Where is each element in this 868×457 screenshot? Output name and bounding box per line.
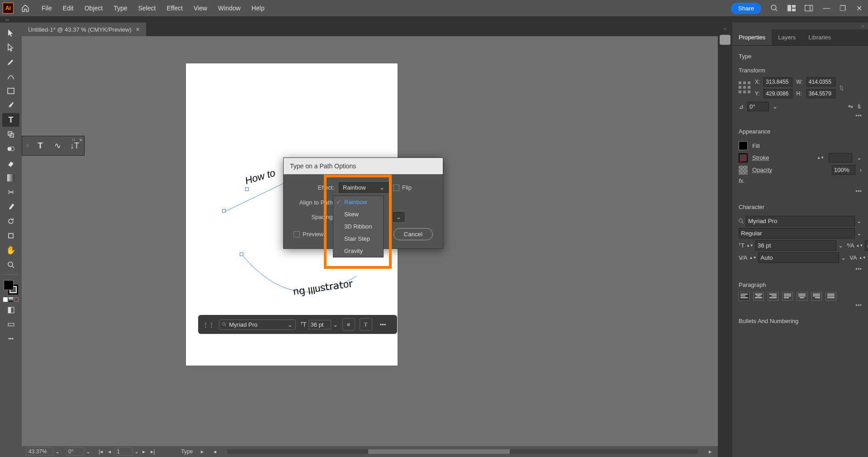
eyedropper-tool[interactable] <box>2 200 19 214</box>
anchor-handle[interactable] <box>245 187 249 191</box>
chevron-down-icon[interactable]: ⌄ <box>838 242 843 249</box>
screen-mode-icon[interactable]: ▭ <box>2 317 19 331</box>
direct-selection-tool[interactable] <box>2 41 19 54</box>
font-size-input[interactable] <box>308 320 331 329</box>
minimize-icon[interactable]: — <box>820 2 833 14</box>
type-on-point-tool[interactable]: T <box>33 138 48 153</box>
collapse-icon[interactable]: ‹‹ <box>72 137 75 142</box>
menu-select[interactable]: Select <box>134 3 161 14</box>
stroke-weight-stepper[interactable]: ▲▼ <box>817 156 824 160</box>
type-tool[interactable]: T <box>2 113 19 127</box>
preview-checkbox[interactable]: Preview <box>294 231 323 238</box>
align-right-icon[interactable] <box>768 292 778 301</box>
flip-vertical-icon[interactable]: ⥮ <box>857 103 862 110</box>
expand-control-icon[interactable]: ›› <box>5 17 9 22</box>
color-mode-icon[interactable] <box>3 297 8 302</box>
shape-builder-tool[interactable] <box>2 142 19 156</box>
drawing-mode-icon[interactable]: ◧ <box>2 303 19 316</box>
hand-tool[interactable]: ✋ <box>2 243 19 257</box>
tab-libraries[interactable]: Libraries <box>802 29 837 45</box>
justify-left-icon[interactable] <box>782 292 793 301</box>
dropdown-item-gravity[interactable]: Gravity <box>333 245 383 257</box>
scissors-tool[interactable]: ✂ <box>2 186 19 199</box>
chevron-down-icon[interactable]: ⌄ <box>773 103 778 110</box>
anchor-handle[interactable] <box>222 209 226 213</box>
fx-label[interactable]: fx. <box>739 177 745 184</box>
x-input[interactable] <box>764 77 792 86</box>
search-icon[interactable] <box>768 2 781 14</box>
rotate-tool[interactable] <box>2 214 19 228</box>
flip-horizontal-icon[interactable]: ⇋ <box>848 103 853 110</box>
font-family-input[interactable] <box>746 216 855 226</box>
share-button[interactable]: Share <box>731 3 761 14</box>
y-input[interactable] <box>764 89 792 98</box>
more-character-icon[interactable]: ••• <box>739 265 862 273</box>
more-transform-icon[interactable]: ••• <box>739 111 862 120</box>
fill-color-swatch[interactable] <box>739 141 748 150</box>
menu-edit[interactable]: Edit <box>58 3 78 14</box>
chevron-down-icon[interactable]: ⌄ <box>841 254 846 261</box>
rotate-input[interactable] <box>747 102 769 111</box>
w-input[interactable] <box>806 77 835 86</box>
opacity-slider-icon[interactable]: › <box>860 167 862 173</box>
flip-checkbox[interactable]: Flip <box>393 184 412 191</box>
flyout-grip-icon[interactable]: ⠿ <box>24 143 31 148</box>
h-scrollbar[interactable] <box>227 449 698 454</box>
stepper-icon[interactable]: ▲▼ <box>746 244 754 248</box>
align-center-icon[interactable] <box>753 292 764 301</box>
fill-stroke-swatches[interactable] <box>4 280 18 295</box>
expand-dock-icon[interactable]: ‹‹ <box>724 26 727 31</box>
more-paragraph-icon[interactable]: ••• <box>739 301 862 309</box>
chevron-down-icon[interactable]: ⌄ <box>857 218 862 224</box>
menu-help[interactable]: Help <box>247 3 269 14</box>
justify-all-icon[interactable] <box>825 292 836 301</box>
align-icon[interactable]: ≡ <box>342 318 355 331</box>
rectangle-tool[interactable] <box>2 84 19 98</box>
more-options-icon[interactable]: ••• <box>377 318 389 331</box>
zoom-input[interactable] <box>26 447 53 456</box>
chevron-down-icon[interactable]: ⌄ <box>857 154 862 161</box>
menu-window[interactable]: Window <box>213 3 245 14</box>
workspace-icon[interactable] <box>802 2 815 14</box>
kerning-input[interactable] <box>758 252 839 263</box>
font-style-input[interactable] <box>739 228 855 238</box>
leading-input[interactable] <box>865 240 868 251</box>
gradient-tool[interactable] <box>2 171 19 185</box>
menu-file[interactable]: File <box>37 3 57 14</box>
status-menu-icon[interactable]: ▸ <box>199 448 205 455</box>
zoom-tool[interactable] <box>2 258 19 271</box>
chevron-down-icon[interactable]: ⌄ <box>86 448 90 455</box>
menu-effect[interactable]: Effect <box>162 3 187 14</box>
reference-point-selector[interactable] <box>739 81 751 94</box>
curvature-tool[interactable] <box>2 70 19 83</box>
more-appearance-icon[interactable]: ••• <box>739 187 862 195</box>
chevron-down-icon[interactable]: ⌄ <box>134 448 139 455</box>
eraser-tool[interactable] <box>2 157 19 170</box>
menu-object[interactable]: Object <box>80 3 107 14</box>
fill-swatch[interactable] <box>4 280 14 290</box>
last-artboard-icon[interactable]: ▸| <box>149 448 157 455</box>
h-input[interactable] <box>806 89 835 98</box>
expand-panel-icon[interactable]: ›› <box>732 23 868 29</box>
rotate-view-input[interactable] <box>66 447 84 456</box>
comments-panel-icon[interactable] <box>720 35 730 45</box>
font-size-input[interactable] <box>755 240 836 251</box>
stepper-icon[interactable]: ▲▼ <box>856 244 863 248</box>
constrain-proportions-icon[interactable]: ⇅ <box>839 85 844 91</box>
dropdown-item-skew[interactable]: Skew <box>333 208 383 220</box>
arrange-docs-icon[interactable] <box>785 2 798 14</box>
transform-tool[interactable] <box>2 128 19 141</box>
opacity-input[interactable] <box>832 165 855 175</box>
font-family-field[interactable]: ⌄ <box>219 319 296 330</box>
home-icon[interactable] <box>19 2 32 14</box>
chevron-down-icon[interactable]: ⌄ <box>55 448 60 455</box>
stepper-icon[interactable]: ▲▼ <box>859 256 866 260</box>
chevron-down-icon[interactable]: ⌄ <box>857 230 862 237</box>
chevron-down-icon[interactable]: ⌄ <box>393 212 404 222</box>
close-tab-icon[interactable]: × <box>136 26 140 33</box>
stepper-icon[interactable]: ▲▼ <box>749 256 757 260</box>
tab-layers[interactable]: Layers <box>772 29 802 45</box>
justify-right-icon[interactable] <box>811 292 822 301</box>
stroke-weight-input[interactable] <box>829 153 852 162</box>
artboard-number-input[interactable] <box>114 447 133 456</box>
